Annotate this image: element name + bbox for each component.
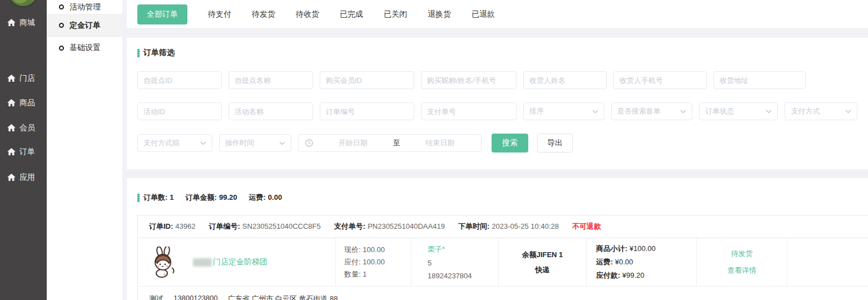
- payable-value: ¥99.20: [622, 271, 644, 279]
- freight-value: ¥0.00: [615, 258, 633, 266]
- select-placeholder: 操作时间: [225, 138, 254, 148]
- home-icon: [7, 148, 16, 156]
- date-range-separator: 至: [393, 138, 400, 148]
- order-sn: 订单编号:SN2305251040CCC8F5: [209, 222, 321, 232]
- home-icon: [7, 75, 16, 82]
- order-sn-input[interactable]: [320, 102, 414, 120]
- filter-row-2: 排序 是否搜索首单 订单状态 支付方式: [137, 102, 857, 120]
- payable-label: 应付款:: [596, 271, 620, 279]
- section-accent-bar: [137, 49, 140, 57]
- sort-select[interactable]: 排序: [523, 102, 604, 120]
- order-sn-value: SN2305251040CCC8F5: [242, 222, 321, 230]
- chevron-down-icon: [200, 141, 206, 145]
- submenu-item-activity-management[interactable]: 活动管理: [47, 0, 122, 14]
- order-list-section: 订单数:1 订单金额:99.20 运费:0.00 订单ID:43962 订单编号…: [127, 178, 868, 300]
- sidebar-item-label: 商品: [19, 98, 35, 108]
- filter-title-text: 订单筛选: [143, 48, 175, 58]
- buyer-nickname[interactable]: 栗子*: [428, 244, 498, 254]
- buyer-member-id-input[interactable]: [320, 71, 414, 89]
- payment-sn: 支付单号:PN2305251040DAA419: [334, 222, 445, 232]
- order-status-tabs: 全部订单 待支付 待发货 待收货 已完成 已关闭 退换货 已退款: [127, 0, 868, 29]
- chevron-down-icon: [592, 110, 598, 114]
- tab-pending-shipment[interactable]: 待发货: [252, 9, 275, 19]
- filter-row-1: [137, 71, 857, 89]
- payment-cell: 余额JIFEN 1 快递: [499, 238, 587, 286]
- export-button[interactable]: 导出: [537, 134, 573, 153]
- tab-pending-payment[interactable]: 待支付: [208, 9, 231, 19]
- freight: 运费: ¥0.00: [596, 257, 696, 267]
- sidebar-item-apps[interactable]: 应用: [0, 171, 47, 184]
- summary-label: 运费:: [249, 193, 265, 201]
- sidebar-item-label: 会员: [19, 123, 35, 133]
- submenu-item-label: 活动管理: [70, 2, 101, 12]
- payment-method-select[interactable]: 支付方式: [785, 102, 857, 120]
- app-logo[interactable]: [7, 0, 39, 7]
- sidebar-item-mall[interactable]: 商城: [0, 17, 47, 29]
- tab-returns[interactable]: 退换货: [428, 9, 451, 19]
- submenu-item-basic-settings[interactable]: 基础设置: [47, 37, 122, 59]
- tab-completed[interactable]: 已完成: [340, 9, 363, 19]
- filter-row-3: 支付方式组 操作时间 开始日期 至 结束日期 搜索 导出: [137, 134, 857, 153]
- receiver-name-input[interactable]: [523, 71, 607, 89]
- payment-group-select[interactable]: 支付方式组: [137, 134, 212, 152]
- circle-icon: [59, 23, 64, 28]
- buyer-cell: 栗子* 5 18924237804: [411, 238, 499, 286]
- summary-order-amount: 订单金额:99.20: [186, 193, 237, 203]
- qty-label: 数量:: [344, 270, 361, 278]
- date-range-picker[interactable]: 开始日期 至 结束日期: [298, 134, 482, 152]
- main-sidebar: 商城 门店 商品 会员 订单 应用: [0, 0, 47, 300]
- activity-id-input[interactable]: [137, 102, 222, 120]
- sidebar-item-orders[interactable]: 订单: [0, 146, 47, 158]
- buyer-member-id: 5: [428, 259, 498, 267]
- view-detail-link[interactable]: 查看详情: [727, 265, 756, 276]
- order-id-value: 43962: [175, 222, 195, 230]
- due-value: 100.00: [363, 258, 385, 266]
- chevron-down-icon: [680, 110, 686, 114]
- order-id: 订单ID:43962: [149, 222, 196, 232]
- main-content: 全部订单 待支付 待发货 待收货 已完成 已关闭 退换货 已退款 订单筛选: [127, 0, 868, 300]
- end-date-placeholder[interactable]: 结束日期: [406, 138, 475, 148]
- clock-icon: [305, 139, 313, 147]
- operate-time-select[interactable]: 操作时间: [219, 134, 291, 152]
- circle-icon: [59, 4, 64, 9]
- chevron-down-icon: [845, 110, 851, 114]
- search-button[interactable]: 搜索: [492, 134, 528, 153]
- receiver-name: 测试: [149, 294, 163, 300]
- price-label: 现价:: [344, 245, 361, 254]
- submenu-item-deposit-orders[interactable]: 定金订单: [47, 14, 122, 37]
- summary-value: 99.20: [219, 193, 237, 201]
- sidebar-item-label: 应用: [19, 173, 35, 183]
- summary-label: 订单数:: [143, 193, 167, 201]
- redacted-text: [193, 258, 212, 267]
- select-placeholder: 支付方式: [791, 106, 820, 116]
- receiver-phone-input[interactable]: [613, 71, 707, 89]
- activity-name-input[interactable]: [229, 102, 313, 120]
- current-price: 现价: 100.00: [344, 245, 411, 255]
- first-order-select[interactable]: 是否搜索首单: [611, 102, 692, 120]
- sidebar-item-goods[interactable]: 商品: [0, 97, 47, 109]
- summary-value: 0.00: [268, 193, 282, 201]
- tab-pending-receipt[interactable]: 待收货: [296, 9, 319, 19]
- tab-all-orders[interactable]: 全部订单: [137, 4, 187, 24]
- subtotal: 商品小计: ¥100.00: [596, 244, 696, 254]
- sidebar-item-members[interactable]: 会员: [0, 122, 47, 134]
- status-badge: 待发货: [731, 249, 753, 259]
- sub-sidebar: 活动管理 定金订单 基础设置: [47, 0, 122, 300]
- tab-closed[interactable]: 已关闭: [384, 9, 407, 19]
- payment-sn-input[interactable]: [421, 102, 517, 120]
- buyer-nickname-input[interactable]: [421, 71, 517, 89]
- filter-section-title: 订单筛选: [137, 48, 857, 58]
- pickup-id-input[interactable]: [137, 71, 222, 89]
- receiver-address-input[interactable]: [713, 71, 806, 89]
- pickup-name-input[interactable]: [229, 71, 313, 89]
- empty-cell: [787, 238, 868, 286]
- product-name[interactable]: 门店定金阶梯团: [193, 257, 267, 267]
- order-time-label: 下单时间:: [458, 222, 489, 230]
- start-date-placeholder[interactable]: 开始日期: [319, 138, 388, 148]
- tab-refunded[interactable]: 已退款: [472, 9, 495, 19]
- submenu-item-label: 定金订单: [70, 21, 101, 31]
- order-address-row: 测试 13800123800 广东省 广州市 白云区 黄石街道 88: [138, 286, 868, 300]
- select-placeholder: 是否搜索首单: [617, 106, 661, 116]
- sidebar-item-store[interactable]: 门店: [0, 72, 47, 85]
- order-status-select[interactable]: 订单状态: [699, 102, 778, 120]
